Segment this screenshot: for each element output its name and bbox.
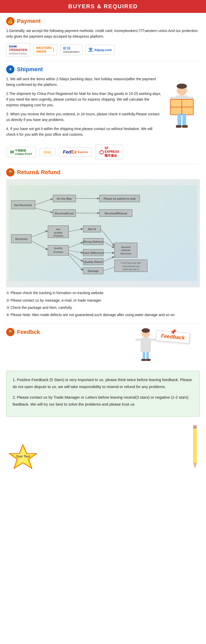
payment-section: 💰 Payment 1.Generally, we accept the fol… <box>0 13 206 61</box>
svg-rect-3 <box>170 97 175 99</box>
feedback-point-1: 1. Positive Feedback (5 Stars) is very i… <box>13 376 193 390</box>
svg-rect-11 <box>182 125 188 128</box>
courier-logos: ✉ 中国邮政CHINA POST DHL FedEx Express ⬡ SFE… <box>6 144 200 160</box>
svg-text:Your Text: Your Text <box>16 455 30 458</box>
feedback-title-row: 📦 Feedbck <box>6 328 40 336</box>
shipment-point-2: 2.The shipment by China Post Registered … <box>6 91 161 108</box>
fedex-logo: FedEx Express <box>59 148 92 157</box>
feedback-card: 📌 Feedback <box>156 330 190 344</box>
dhl-logo: DHL <box>40 148 55 156</box>
moneybookers-logo: ((( )))moneybookers <box>60 44 82 55</box>
payment-description: 1.Generally, we accept the following pay… <box>6 28 200 39</box>
pencil-svg <box>190 422 200 473</box>
svg-rect-82 <box>193 427 197 428</box>
shipment-point-3: 3. When you receive the items you ordere… <box>6 111 161 123</box>
feedback-person-svg <box>133 328 159 361</box>
shipment-title-row: ✈ Shipment <box>6 65 200 74</box>
feedback-card-area: 📌 Feedback <box>133 328 195 361</box>
shipment-content: 1. We will sent the items within 2-5days… <box>6 76 200 141</box>
shipment-point-4: 4. If you have not got it within the shi… <box>6 126 161 138</box>
pin-icon: 📌 <box>170 328 177 335</box>
payment-icon: 💰 <box>6 17 14 25</box>
shipment-point-1: 1. We will sent the items within 2-5days… <box>6 76 161 88</box>
feedback-icon: 📦 <box>6 328 14 336</box>
svg-rect-10 <box>176 125 182 128</box>
person-svg <box>165 83 199 134</box>
sf-express-logo: ⬡ SFEXPRESS顺丰速运 <box>95 144 123 160</box>
return-icon: 📦 <box>6 168 14 176</box>
pencil-illustration <box>190 422 200 474</box>
svg-rect-78 <box>193 427 196 463</box>
svg-rect-68 <box>141 338 151 352</box>
return-title-row: 📦 Return& Refund <box>6 168 200 176</box>
return-notes: ① Please check the tracking in formation… <box>6 290 200 318</box>
svg-rect-8 <box>177 114 181 126</box>
shipment-heading: Shipment <box>17 66 43 73</box>
return-heading: Return& Refund <box>17 169 61 176</box>
return-note-3: ③ Check the package and Item, carefully. <box>6 305 200 310</box>
svg-rect-74 <box>146 359 151 361</box>
alipay-logo: 支 Alipay.com <box>85 45 114 55</box>
return-refund-section: 📦 Return& Refund Not Received On the W <box>0 164 206 324</box>
feedback-section-header: 📦 Feedbck <box>0 324 206 368</box>
return-note-2: ② Please contact us by meesage, e-mail, … <box>6 297 200 303</box>
return-note-1: ① Please check the tracking in formation… <box>6 290 200 296</box>
shipment-illustration <box>164 76 200 141</box>
return-note-4: ④ Please Note: Men made defects are not … <box>6 312 200 318</box>
svg-rect-4 <box>188 97 194 99</box>
svg-rect-73 <box>141 359 146 361</box>
gold-badge: Your Text <box>6 443 42 474</box>
svg-rect-70 <box>151 339 156 341</box>
shipment-section: ✈ Shipment 1. We will sent the items wit… <box>0 61 206 164</box>
svg-rect-69 <box>135 339 141 341</box>
western-union-logo: WESTERNUNION ⟩ <box>33 44 57 55</box>
feedback-content: 1. Positive Feedback (5 Stars) is very i… <box>6 371 200 417</box>
bank-transfer-logo: BANKTRANSFERINTERNATIONAL <box>6 43 30 57</box>
bottom-area: Your Text <box>0 419 206 479</box>
payment-logos: BANKTRANSFERINTERNATIONAL WESTERNUNION ⟩… <box>6 43 200 57</box>
page-header: BUYERS & REQUIRED <box>0 0 206 13</box>
svg-point-67 <box>142 328 150 333</box>
svg-rect-9 <box>182 114 186 126</box>
payment-title-row: 💰 Payment <box>6 17 200 25</box>
page-title: BUYERS & REQUIRED <box>0 3 206 10</box>
shipment-icon: ✈ <box>6 65 14 74</box>
return-diagram: Not Received On the Way Please be patien… <box>6 179 200 287</box>
chinapost-logo: ✉ 中国邮政CHINA POST <box>6 147 36 157</box>
shipment-text: 1. We will sent the items within 2-5days… <box>6 76 161 141</box>
feedback-point-2: 2. Please contact us by Trade Manager or… <box>13 394 193 408</box>
feedback-heading: Feedbck <box>17 329 40 335</box>
payment-heading: Payment <box>17 18 41 25</box>
feedback-header-area: 📦 Feedbck <box>6 328 200 361</box>
gold-badge-svg: Your Text <box>6 443 40 472</box>
svg-point-1 <box>177 84 187 89</box>
